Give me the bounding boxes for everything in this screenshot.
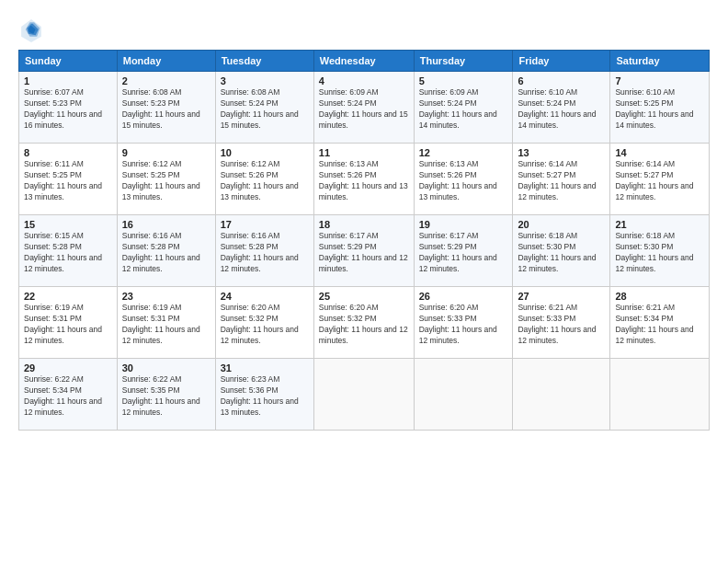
sunrise-label: Sunrise: 6:10 AM [518,87,577,97]
logo [18,17,48,42]
daylight-label: Daylight: 11 hours and 12 minutes. [122,253,200,273]
day-number: 9 [122,147,210,158]
calendar-cell [414,359,513,431]
day-number: 21 [615,219,704,230]
sunrise-label: Sunrise: 6:21 AM [615,303,675,312]
calendar-cell: 31 Sunrise: 6:23 AM Sunset: 5:36 PM Dayl… [215,359,313,431]
daylight-label: Daylight: 11 hours and 12 minutes. [122,396,200,417]
day-info: Sunrise: 6:20 AM Sunset: 5:32 PM Dayligh… [221,303,309,347]
daylight-label: Daylight: 11 hours and 12 minutes. [24,325,102,345]
weekday-header-thursday: Thursday [414,51,513,72]
sunrise-label: Sunrise: 6:14 AM [615,159,675,168]
day-number: 12 [419,147,508,158]
day-number: 23 [122,291,210,302]
sunrise-label: Sunrise: 6:08 AM [122,87,182,97]
daylight-label: Daylight: 11 hours and 13 minutes. [319,181,408,201]
sunrise-label: Sunrise: 6:23 AM [221,374,280,384]
day-info: Sunrise: 6:10 AM Sunset: 5:24 PM Dayligh… [518,87,605,132]
day-number: 29 [24,362,112,373]
calendar-table: SundayMondayTuesdayWednesdayThursdayFrid… [18,50,710,431]
daylight-label: Daylight: 11 hours and 12 minutes. [518,253,596,273]
calendar-cell: 7 Sunrise: 6:10 AM Sunset: 5:25 PM Dayli… [610,72,710,144]
calendar-week-3: 15 Sunrise: 6:15 AM Sunset: 5:28 PM Dayl… [19,215,710,287]
day-number: 22 [24,291,112,302]
day-number: 6 [518,75,605,86]
daylight-label: Daylight: 11 hours and 12 minutes. [221,325,299,345]
calendar-cell: 28 Sunrise: 6:21 AM Sunset: 5:34 PM Dayl… [610,287,710,359]
calendar-cell: 19 Sunrise: 6:17 AM Sunset: 5:29 PM Dayl… [414,215,513,287]
sunrise-label: Sunrise: 6:09 AM [419,87,479,97]
day-info: Sunrise: 6:14 AM Sunset: 5:27 PM Dayligh… [615,159,704,203]
calendar-cell [513,359,610,431]
day-info: Sunrise: 6:17 AM Sunset: 5:29 PM Dayligh… [319,231,409,275]
day-info: Sunrise: 6:13 AM Sunset: 5:26 PM Dayligh… [419,159,508,203]
daylight-label: Daylight: 11 hours and 12 minutes. [122,325,200,345]
calendar-cell: 27 Sunrise: 6:21 AM Sunset: 5:33 PM Dayl… [513,287,610,359]
sunset-label: Sunset: 5:27 PM [615,170,673,179]
day-number: 18 [319,219,409,230]
day-number: 15 [24,219,112,230]
sunset-label: Sunset: 5:25 PM [24,170,82,179]
calendar-cell: 5 Sunrise: 6:09 AM Sunset: 5:24 PM Dayli… [414,72,513,144]
header [18,17,710,42]
calendar-cell: 24 Sunrise: 6:20 AM Sunset: 5:32 PM Dayl… [215,287,313,359]
calendar-cell: 6 Sunrise: 6:10 AM Sunset: 5:24 PM Dayli… [513,72,610,144]
day-number: 25 [319,291,409,302]
day-info: Sunrise: 6:16 AM Sunset: 5:28 PM Dayligh… [122,231,210,275]
sunset-label: Sunset: 5:33 PM [518,314,575,323]
day-number: 19 [419,219,508,230]
weekday-header-saturday: Saturday [610,51,710,72]
daylight-label: Daylight: 11 hours and 13 minutes. [419,181,497,201]
calendar-cell: 20 Sunrise: 6:18 AM Sunset: 5:30 PM Dayl… [513,215,610,287]
calendar-week-2: 8 Sunrise: 6:11 AM Sunset: 5:25 PM Dayli… [19,144,710,215]
daylight-label: Daylight: 11 hours and 15 minutes. [221,109,299,130]
daylight-label: Daylight: 11 hours and 14 minutes. [419,109,497,130]
sunrise-label: Sunrise: 6:07 AM [24,87,84,97]
day-info: Sunrise: 6:23 AM Sunset: 5:36 PM Dayligh… [221,374,309,419]
sunrise-label: Sunrise: 6:19 AM [24,303,84,312]
sunrise-label: Sunrise: 6:08 AM [221,87,280,97]
calendar-cell: 13 Sunrise: 6:14 AM Sunset: 5:27 PM Dayl… [513,144,610,215]
sunset-label: Sunset: 5:33 PM [419,314,477,323]
day-info: Sunrise: 6:14 AM Sunset: 5:27 PM Dayligh… [518,159,605,203]
calendar-cell: 11 Sunrise: 6:13 AM Sunset: 5:26 PM Dayl… [313,144,414,215]
daylight-label: Daylight: 11 hours and 12 minutes. [24,253,102,273]
sunset-label: Sunset: 5:26 PM [419,170,477,179]
daylight-label: Daylight: 11 hours and 12 minutes. [518,325,596,345]
calendar-week-1: 1 Sunrise: 6:07 AM Sunset: 5:23 PM Dayli… [19,72,710,144]
sunrise-label: Sunrise: 6:20 AM [319,303,379,312]
calendar-cell [313,359,414,431]
calendar-cell: 3 Sunrise: 6:08 AM Sunset: 5:24 PM Dayli… [215,72,313,144]
sunset-label: Sunset: 5:26 PM [319,170,377,179]
calendar-cell: 29 Sunrise: 6:22 AM Sunset: 5:34 PM Dayl… [19,359,118,431]
day-info: Sunrise: 6:20 AM Sunset: 5:32 PM Dayligh… [319,303,409,347]
day-number: 31 [221,362,309,373]
weekday-header-monday: Monday [117,51,215,72]
day-number: 26 [419,291,508,302]
day-number: 10 [221,147,309,158]
sunset-label: Sunset: 5:27 PM [518,170,575,179]
day-info: Sunrise: 6:11 AM Sunset: 5:25 PM Dayligh… [24,159,112,203]
sunset-label: Sunset: 5:28 PM [221,242,279,251]
sunset-label: Sunset: 5:35 PM [122,385,180,395]
day-info: Sunrise: 6:13 AM Sunset: 5:26 PM Dayligh… [319,159,409,203]
sunset-label: Sunset: 5:32 PM [221,314,279,323]
daylight-label: Daylight: 11 hours and 12 minutes. [319,253,408,273]
sunrise-label: Sunrise: 6:17 AM [419,231,479,240]
sunset-label: Sunset: 5:23 PM [24,98,82,108]
daylight-label: Daylight: 11 hours and 12 minutes. [615,253,693,273]
sunset-label: Sunset: 5:24 PM [319,98,377,108]
day-info: Sunrise: 6:07 AM Sunset: 5:23 PM Dayligh… [24,87,112,132]
sunrise-label: Sunrise: 6:22 AM [122,374,182,384]
weekday-header-wednesday: Wednesday [313,51,414,72]
day-info: Sunrise: 6:19 AM Sunset: 5:31 PM Dayligh… [122,303,210,347]
sunset-label: Sunset: 5:24 PM [221,98,279,108]
calendar-cell: 22 Sunrise: 6:19 AM Sunset: 5:31 PM Dayl… [19,287,118,359]
day-number: 27 [518,291,605,302]
sunset-label: Sunset: 5:29 PM [319,242,377,251]
calendar-cell: 12 Sunrise: 6:13 AM Sunset: 5:26 PM Dayl… [414,144,513,215]
daylight-label: Daylight: 11 hours and 12 minutes. [518,181,596,201]
weekday-header-tuesday: Tuesday [215,51,313,72]
day-info: Sunrise: 6:12 AM Sunset: 5:26 PM Dayligh… [221,159,309,203]
day-info: Sunrise: 6:08 AM Sunset: 5:23 PM Dayligh… [122,87,210,132]
